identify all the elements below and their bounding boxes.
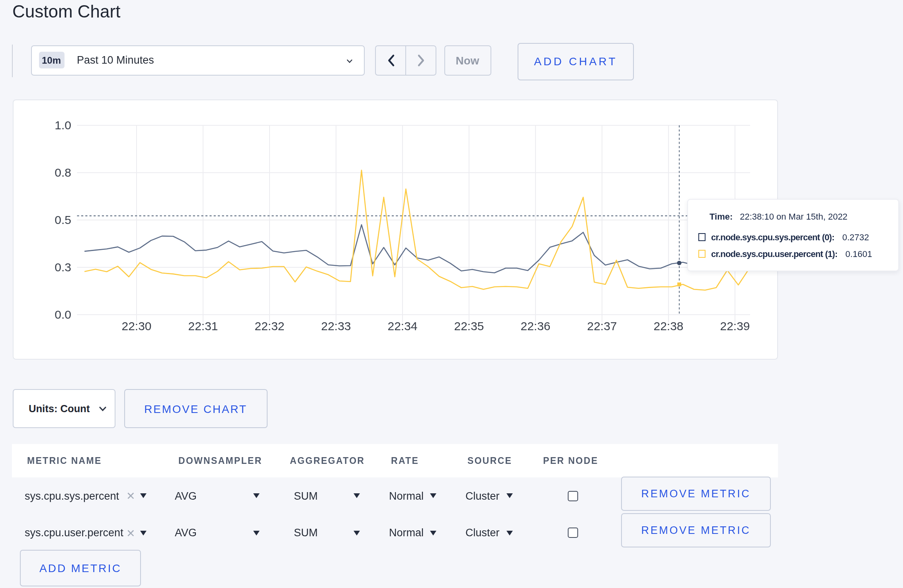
svg-text:22:33: 22:33	[321, 319, 351, 333]
svg-text:22:32: 22:32	[254, 319, 284, 333]
svg-text:22:37: 22:37	[587, 319, 617, 333]
svg-text:22:39: 22:39	[720, 319, 750, 333]
svg-text:22:36: 22:36	[520, 319, 550, 333]
svg-text:0.8: 0.8	[55, 166, 71, 179]
svg-text:0.0: 0.0	[55, 308, 71, 321]
svg-text:22:38: 22:38	[653, 319, 683, 333]
svg-text:0.3: 0.3	[55, 261, 71, 274]
svg-text:1.0: 1.0	[55, 119, 71, 132]
svg-text:22:35: 22:35	[454, 319, 484, 333]
svg-text:0.5: 0.5	[55, 213, 71, 226]
svg-text:22:30: 22:30	[121, 319, 151, 333]
svg-text:22:34: 22:34	[387, 319, 417, 333]
svg-text:22:31: 22:31	[188, 319, 218, 333]
